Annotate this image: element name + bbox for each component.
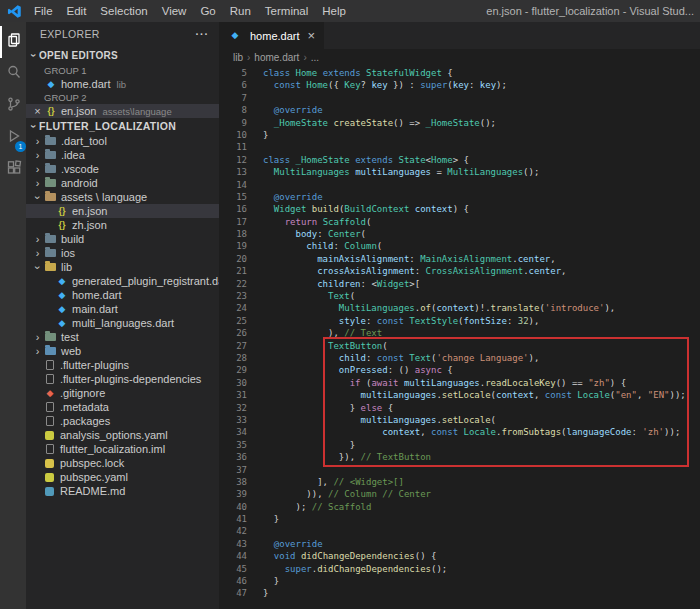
code-line-27[interactable]: 27 TextButton( — [219, 340, 700, 352]
tree-item-pubspec-lock[interactable]: ›pubspec.lock — [26, 456, 219, 470]
breadcrumb-item[interactable]: ... — [311, 52, 319, 63]
breadcrumb-item[interactable]: lib — [233, 52, 243, 63]
code-line-15[interactable]: 15 @override — [219, 191, 700, 203]
menu-terminal[interactable]: Terminal — [258, 5, 315, 17]
code-line-46[interactable]: 46 } — [219, 575, 700, 587]
open-editor-home-dart[interactable]: ◆home.dartlib — [26, 77, 219, 91]
code-line-8[interactable]: 8 @override — [219, 104, 700, 116]
code-line-33[interactable]: 33 multiLanguages.setLocale( — [219, 414, 700, 426]
source-control-view-button[interactable] — [0, 90, 26, 122]
tree-item-multi-languages-dart[interactable]: ›◆multi_languages.dart — [26, 316, 219, 330]
tree-item-test[interactable]: ›test — [26, 330, 219, 344]
close-icon[interactable]: × — [308, 28, 316, 43]
code-line-47[interactable]: 47} — [219, 587, 700, 599]
code-line-25[interactable]: 25 style: const TextStyle(fontSize: 32), — [219, 315, 700, 327]
code-line-34[interactable]: 34 context, const Locale.fromSubtags(lan… — [219, 426, 700, 438]
line-number: 15 — [219, 191, 247, 203]
search-icon — [6, 64, 22, 84]
code-line-22[interactable]: 22 children: <Widget>[ — [219, 278, 700, 290]
code-line-36[interactable]: 36 }), // TextButton — [219, 451, 700, 463]
code-line-16[interactable]: 16 Widget build(BuildContext context) { — [219, 203, 700, 215]
code-line-26[interactable]: 26 ), // Text — [219, 327, 700, 339]
menu-run[interactable]: Run — [223, 5, 258, 17]
code-line-18[interactable]: 18 body: Center( — [219, 228, 700, 240]
code-line-42[interactable]: 42 — [219, 525, 700, 537]
tree-item-ios[interactable]: ›ios — [26, 246, 219, 260]
tree-item-flutter-plugins[interactable]: ›.flutter-plugins — [26, 358, 219, 372]
code-line-13[interactable]: 13 MultiLanguages multiLanguages = Multi… — [219, 166, 700, 178]
code-line-39[interactable]: 39 )), // Column // Center — [219, 488, 700, 500]
code-line-45[interactable]: 45 super.didChangeDependencies(); — [219, 563, 700, 575]
tree-item-flutter-localization-iml[interactable]: ›flutter_localization.iml — [26, 442, 219, 456]
tree-item-metadata[interactable]: ›.metadata — [26, 400, 219, 414]
code-line-43[interactable]: 43 @override — [219, 538, 700, 550]
close-icon[interactable]: × — [31, 105, 44, 117]
code-line-44[interactable]: 44 void didChangeDependencies() { — [219, 550, 700, 562]
search-view-button[interactable] — [0, 58, 26, 90]
tree-item-dart-tool[interactable]: ›.dart_tool — [26, 134, 219, 148]
tree-item-pubspec-yaml[interactable]: ›pubspec.yaml — [26, 470, 219, 484]
tree-item-home-dart[interactable]: ›◆home.dart — [26, 288, 219, 302]
code-line-12[interactable]: 12class _HomeState extends State<Home> { — [219, 154, 700, 166]
tree-item-lib[interactable]: ›lib — [26, 260, 219, 274]
tree-item-web[interactable]: ›web — [26, 344, 219, 358]
menu-selection[interactable]: Selection — [93, 5, 154, 17]
code-line-23[interactable]: 23 Text( — [219, 290, 700, 302]
tree-item-readme-md[interactable]: ›README.md — [26, 484, 219, 498]
menu-go[interactable]: Go — [193, 5, 222, 17]
more-actions-icon[interactable]: ··· — [196, 28, 210, 40]
code-line-30[interactable]: 30 if (await multiLanguages.readLocaleKe… — [219, 377, 700, 389]
code-line-6[interactable]: 6 const Home({ Key? key }) : super(key: … — [219, 79, 700, 91]
tab-home-dart[interactable]: ◆ home.dart × — [219, 22, 324, 49]
tree-item-android[interactable]: ›android — [26, 176, 219, 190]
tree-item-main-dart[interactable]: ›◆main.dart — [26, 302, 219, 316]
tree-item-analysis-options-yaml[interactable]: ›analysis_options.yaml — [26, 428, 219, 442]
code-line-7[interactable]: 7 — [219, 92, 700, 104]
line-number: 25 — [219, 315, 247, 327]
code-line-31[interactable]: 31 multiLanguages.setLocale(context, con… — [219, 389, 700, 401]
open-editors-header[interactable]: › OPEN EDITORS — [26, 46, 219, 64]
code-line-9[interactable]: 9 _HomeState createState() => _HomeState… — [219, 117, 700, 129]
code-line-32[interactable]: 32 } else { — [219, 402, 700, 414]
code-line-20[interactable]: 20 mainAxisAlignment: MainAxisAlignment.… — [219, 253, 700, 265]
code-line-38[interactable]: 38 ], // <Widget>[] — [219, 476, 700, 488]
explorer-view-button[interactable] — [0, 26, 26, 58]
run-debug-view-button[interactable]: 1 — [0, 122, 26, 154]
tree-item-flutter-plugins-dependencies[interactable]: ›.flutter-plugins-dependencies — [26, 372, 219, 386]
tree-item-build[interactable]: ›build — [26, 232, 219, 246]
line-number: 16 — [219, 203, 247, 215]
tree-item-vscode[interactable]: ›.vscode — [26, 162, 219, 176]
code-line-5[interactable]: 5class Home extends StatefulWidget { — [219, 67, 700, 79]
project-header[interactable]: › FLUTTER_LOCALIZATION — [26, 118, 219, 134]
code-line-17[interactable]: 17 return Scaffold( — [219, 216, 700, 228]
tree-item-generated-plugin-registrant-dart[interactable]: ›◆generated_plugin_registrant.dart — [26, 274, 219, 288]
tree-item-gitignore[interactable]: ›◆.gitignore — [26, 386, 219, 400]
breadcrumb-item[interactable]: home.dart — [254, 52, 299, 63]
code-line-40[interactable]: 40 ); // Scaffold — [219, 501, 700, 513]
code-line-37[interactable]: 37 — [219, 464, 700, 476]
code-line-11[interactable]: 11 — [219, 141, 700, 153]
code-line-14[interactable]: 14 — [219, 179, 700, 191]
folder-icon — [45, 165, 56, 173]
code-line-10[interactable]: 10} — [219, 129, 700, 141]
code-line-35[interactable]: 35 } — [219, 439, 700, 451]
code-line-21[interactable]: 21 crossAxisAlignment: CrossAxisAlignmen… — [219, 265, 700, 277]
code-line-29[interactable]: 29 onPressed: () async { — [219, 364, 700, 376]
line-number: 36 — [219, 451, 247, 463]
menu-edit[interactable]: Edit — [60, 5, 94, 17]
tree-item-zh-json[interactable]: ›{}zh.json — [26, 218, 219, 232]
menu-file[interactable]: File — [27, 5, 60, 17]
menu-view[interactable]: View — [155, 5, 194, 17]
line-number: 7 — [219, 92, 247, 104]
code-line-24[interactable]: 24 MultiLanguages.of(context)!.translate… — [219, 302, 700, 314]
code-line-41[interactable]: 41 } — [219, 513, 700, 525]
open-editor-en-json[interactable]: ×{}en.jsonassets\language — [26, 104, 219, 118]
code-line-28[interactable]: 28 child: const Text('change Language'), — [219, 352, 700, 364]
extensions-view-button[interactable] — [0, 154, 26, 186]
tree-item-assets-language[interactable]: ›assets \ language — [26, 190, 219, 204]
tree-item-packages[interactable]: ›.packages — [26, 414, 219, 428]
tree-item-idea[interactable]: ›.idea — [26, 148, 219, 162]
tree-item-en-json[interactable]: ›{}en.json — [26, 204, 219, 218]
menu-help[interactable]: Help — [315, 5, 353, 17]
code-line-19[interactable]: 19 child: Column( — [219, 240, 700, 252]
